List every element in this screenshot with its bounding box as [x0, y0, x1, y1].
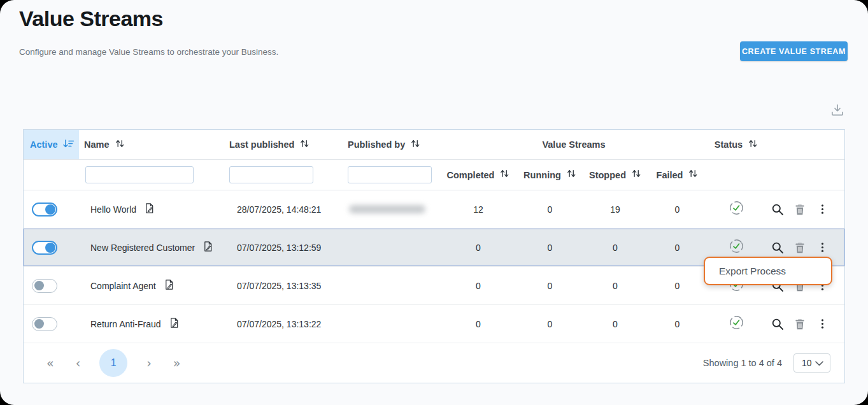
page-subtitle: Configure and manage Value Streams to or…	[19, 47, 278, 57]
sort-updown-icon[interactable]	[299, 139, 309, 151]
status-ok-icon	[729, 315, 744, 333]
pagination-summary: Showing 1 to 4 of 4	[703, 358, 782, 368]
column-header-published-by[interactable]: Published by	[343, 130, 440, 159]
stopped-count: 19	[583, 190, 647, 228]
pagination: « ‹ 1 › »	[44, 349, 183, 377]
last-published-header-label: Last published	[229, 139, 294, 150]
kebab-menu-icon[interactable]	[815, 317, 829, 331]
toggle-knob	[34, 319, 44, 329]
completed-count: 0	[440, 305, 516, 343]
toggle-knob	[45, 204, 55, 215]
last-published-value: 28/07/2025, 14:48:21	[224, 190, 343, 228]
last-published-value: 07/07/2025, 13:13:22	[224, 305, 343, 343]
filter-actions-empty	[765, 160, 844, 190]
stream-name: Complaint Agent	[90, 281, 156, 291]
sort-updown-icon[interactable]	[688, 169, 698, 181]
page-title: Value Streams	[19, 6, 163, 31]
table-row[interactable]: Return Anti-Fraud 07/07/2025, 13:13:22 0…	[24, 305, 844, 343]
filter-status-empty	[708, 160, 765, 190]
stream-name: Hello World	[90, 204, 136, 215]
search-icon[interactable]	[771, 241, 785, 255]
search-icon[interactable]	[771, 317, 785, 331]
sort-updown-icon[interactable]	[631, 169, 641, 181]
active-toggle[interactable]	[32, 279, 57, 293]
sort-updown-icon[interactable]	[410, 139, 420, 151]
column-header-status[interactable]: Status	[708, 130, 765, 159]
published-by-filter-input[interactable]	[348, 166, 432, 183]
first-page-button[interactable]: «	[44, 356, 57, 370]
export-process-menu-item[interactable]: Export Process	[719, 266, 786, 277]
completed-count: 12	[440, 190, 516, 228]
last-published-value: 07/07/2025, 13:13:35	[224, 267, 343, 304]
toggle-knob	[34, 281, 44, 290]
prev-page-button[interactable]: ‹	[73, 356, 83, 370]
search-icon[interactable]	[771, 202, 785, 217]
create-value-stream-button[interactable]: CREATE VALUE STREAM	[740, 41, 848, 61]
next-page-button[interactable]: ›	[144, 356, 154, 370]
stopped-count: 0	[583, 305, 647, 343]
sort-updown-icon[interactable]	[748, 139, 758, 151]
filter-active-empty	[24, 160, 79, 190]
column-header-actions	[765, 130, 844, 159]
active-toggle[interactable]	[32, 241, 57, 255]
active-header-label: Active	[30, 139, 58, 150]
stopped-count: 0	[583, 267, 647, 304]
delete-icon[interactable]	[793, 202, 807, 217]
status-ok-icon	[729, 238, 744, 257]
column-header-last-published[interactable]: Last published	[224, 130, 343, 159]
delete-icon[interactable]	[793, 317, 807, 331]
sort-updown-icon[interactable]	[566, 169, 576, 181]
running-count: 0	[516, 190, 583, 228]
column-header-running[interactable]: Running	[516, 160, 583, 190]
failed-count: 0	[647, 305, 708, 343]
toggle-knob	[45, 243, 55, 253]
edit-icon[interactable]	[164, 279, 174, 293]
sort-descending-icon[interactable]	[62, 139, 75, 151]
edit-icon[interactable]	[144, 202, 155, 217]
value-streams-group-label: Value Streams	[542, 139, 605, 150]
stopped-header-label: Stopped	[589, 170, 626, 180]
running-count: 0	[516, 305, 583, 343]
active-toggle[interactable]	[32, 317, 57, 331]
sort-updown-icon[interactable]	[115, 139, 125, 151]
stream-name: New Registered Customer	[90, 243, 195, 253]
status-header-label: Status	[715, 139, 743, 150]
page-size-select[interactable]: 10	[793, 353, 830, 373]
last-page-button[interactable]: »	[171, 356, 183, 370]
last-published-filter-input[interactable]	[229, 166, 313, 183]
table-row[interactable]: Hello World 28/07/2025, 14:48:21 12 0 19…	[24, 190, 844, 229]
page-number-button[interactable]: 1	[99, 349, 127, 377]
kebab-menu-icon[interactable]	[815, 202, 829, 217]
last-published-value: 07/07/2025, 13:12:59	[224, 229, 343, 266]
kebab-menu-icon[interactable]	[815, 241, 829, 255]
stopped-count: 0	[583, 229, 647, 266]
column-header-active[interactable]: Active	[24, 130, 79, 159]
column-header-stopped[interactable]: Stopped	[583, 160, 647, 190]
failed-count: 0	[647, 229, 708, 266]
table-filter-row: Completed Running Stopped Failed	[24, 160, 844, 190]
context-menu: Export Process	[704, 257, 832, 285]
column-header-failed[interactable]: Failed	[647, 160, 708, 190]
running-count: 0	[516, 267, 583, 304]
edit-icon[interactable]	[203, 241, 213, 255]
running-header-label: Running	[523, 170, 561, 180]
sort-updown-icon[interactable]	[499, 169, 509, 181]
table-header-row: Active Name Last published Published by …	[24, 130, 844, 160]
page-card: Value Streams Configure and manage Value…	[0, 0, 868, 405]
edit-icon[interactable]	[169, 317, 180, 331]
page-size-value: 10	[802, 358, 812, 368]
active-toggle[interactable]	[32, 202, 57, 217]
failed-count: 0	[647, 190, 708, 228]
delete-icon[interactable]	[793, 241, 807, 255]
name-filter-input[interactable]	[85, 166, 194, 183]
completed-count: 0	[440, 229, 516, 266]
name-header-label: Name	[84, 139, 110, 150]
stream-name: Return Anti-Fraud	[90, 319, 161, 329]
table-footer: « ‹ 1 › » Showing 1 to 4 of 4 10	[24, 343, 844, 383]
column-header-completed[interactable]: Completed	[440, 160, 516, 190]
published-by-redacted	[349, 205, 425, 213]
column-header-name[interactable]: Name	[79, 130, 224, 159]
failed-count: 0	[647, 267, 708, 304]
chevron-down-icon	[815, 358, 823, 368]
download-icon[interactable]	[829, 103, 846, 119]
